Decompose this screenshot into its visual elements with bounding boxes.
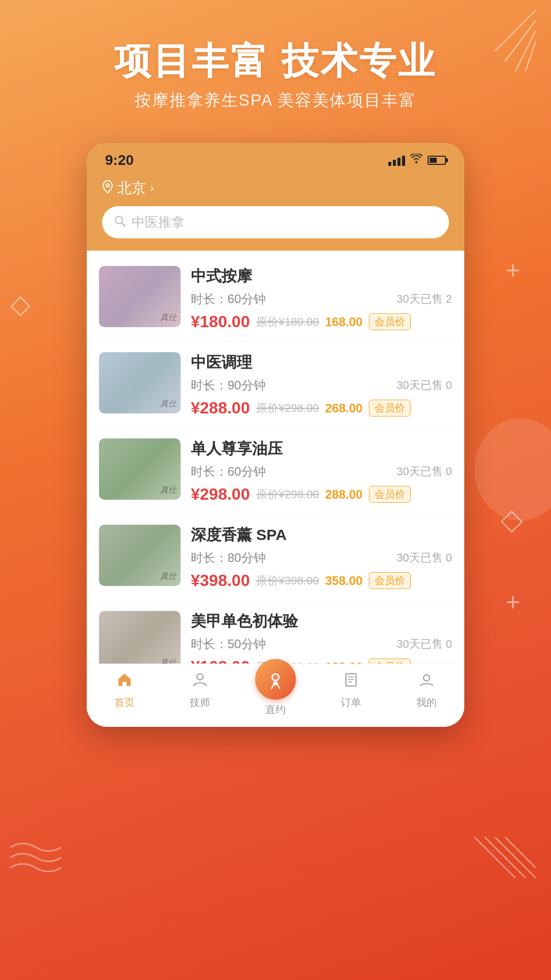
product-meta-1: 时长：60分钟30天已售 2 [191, 291, 452, 307]
svg-point-17 [274, 682, 277, 685]
battery-icon [428, 156, 446, 165]
wifi-icon [410, 154, 422, 167]
deco-plus-right: + [506, 255, 520, 285]
member-badge-4: 会员价 [369, 572, 411, 589]
member-badge-3: 会员价 [369, 486, 411, 503]
image-watermark-3: 真仕 [160, 485, 177, 496]
product-meta-2: 时长：90分钟30天已售 0 [191, 377, 452, 394]
header-subtitle: 按摩推拿养生SPA 美容美体项目丰富 [0, 89, 551, 112]
orders-icon [343, 671, 359, 693]
profile-icon [418, 671, 435, 693]
nav-item-booking[interactable]: 直约 [238, 659, 313, 717]
product-pricing-4: ¥398.00原价¥398.00358.00会员价 [191, 571, 452, 590]
app-header: 北京 › 中医推拿 [87, 174, 464, 251]
nav-item-therapist[interactable]: 技师 [162, 671, 238, 717]
deco-plus-right2: + [506, 587, 520, 617]
product-name-5: 美甲单色初体验 [191, 611, 452, 632]
deco-circle-right [474, 419, 551, 521]
deco-waves-bottom-left [10, 837, 61, 878]
price-original-3: 原价¥298.00 [256, 487, 319, 502]
product-info-4: 深度香薰 SPA时长：80分钟30天已售 0¥398.00原价¥398.0035… [191, 525, 452, 590]
price-current-2: ¥288.00 [191, 399, 250, 418]
location-pin-icon [102, 180, 113, 197]
product-name-1: 中式按摩 [191, 266, 452, 287]
deco-diamond-right [500, 510, 523, 533]
phone-mockup: 9:20 [87, 143, 464, 727]
product-image-4: 真仕 [99, 525, 181, 586]
product-image-5: 真仕 [99, 611, 181, 672]
svg-rect-21 [346, 674, 356, 686]
product-item-2[interactable]: 真仕中医调理时长：90分钟30天已售 0¥288.00原价¥298.00268.… [87, 342, 464, 428]
price-current-1: ¥180.00 [191, 312, 250, 331]
image-watermark-2: 真仕 [160, 399, 177, 409]
product-name-3: 单人尊享油压 [191, 438, 452, 459]
price-member-1: 168.00 [325, 315, 362, 329]
product-name-2: 中医调理 [191, 352, 452, 373]
status-icons [388, 154, 446, 167]
product-image-1: 真仕 [99, 266, 181, 327]
nav-item-home[interactable]: 首页 [87, 671, 162, 717]
product-name-4: 深度香薰 SPA [191, 525, 452, 546]
price-current-4: ¥398.00 [191, 571, 250, 590]
product-meta-4: 时长：80分钟30天已售 0 [191, 550, 452, 566]
member-badge-2: 会员价 [369, 400, 411, 416]
price-member-3: 288.00 [325, 487, 362, 502]
product-item-4[interactable]: 真仕深度香薰 SPA时长：80分钟30天已售 0¥398.00原价¥398.00… [87, 514, 464, 601]
product-image-3: 真仕 [99, 438, 181, 500]
status-time: 9:20 [105, 152, 134, 168]
product-duration-2: 时长：90分钟 [191, 377, 266, 394]
deco-lines-bottom-right [474, 837, 536, 888]
price-original-4: 原价¥398.00 [256, 573, 319, 589]
image-watermark-4: 真仕 [160, 571, 177, 582]
svg-point-20 [273, 675, 278, 680]
product-info-1: 中式按摩时长：60分钟30天已售 2¥180.00原价¥180.00168.00… [191, 266, 452, 331]
home-icon [116, 671, 133, 693]
nav-item-profile[interactable]: 我的 [389, 671, 464, 717]
product-sold-2: 30天已售 0 [396, 378, 452, 393]
booking-center-icon [255, 659, 296, 700]
search-icon [114, 215, 126, 230]
svg-point-10 [415, 161, 417, 163]
svg-line-18 [271, 684, 273, 689]
member-badge-1: 会员价 [369, 313, 411, 330]
svg-line-6 [474, 837, 515, 878]
product-pricing-1: ¥180.00原价¥180.00168.00会员价 [191, 312, 452, 331]
svg-line-8 [495, 837, 536, 878]
svg-marker-4 [11, 297, 30, 315]
nav-profile-label: 我的 [416, 696, 437, 709]
product-item-1[interactable]: 真仕中式按摩时长：60分钟30天已售 2¥180.00原价¥180.00168.… [87, 256, 464, 342]
product-list: 真仕中式按摩时长：60分钟30天已售 2¥180.00原价¥180.00168.… [87, 251, 464, 692]
location-city: 北京 [117, 179, 146, 198]
nav-orders-label: 订单 [341, 696, 361, 709]
search-bar[interactable]: 中医推拿 [102, 206, 449, 238]
product-meta-5: 时长：50分钟30天已售 0 [191, 636, 452, 652]
product-duration-4: 时长：80分钟 [191, 550, 266, 566]
svg-point-11 [106, 184, 109, 187]
svg-line-7 [485, 837, 525, 878]
svg-line-13 [121, 223, 125, 226]
product-pricing-2: ¥288.00原价¥298.00268.00会员价 [191, 399, 452, 418]
product-image-2: 真仕 [99, 352, 181, 413]
status-bar: 9:20 [87, 143, 464, 174]
header-title: 项目丰富 技术专业 [0, 41, 551, 81]
therapist-icon [192, 671, 208, 693]
location-row[interactable]: 北京 › [102, 179, 449, 198]
product-duration-5: 时长：50分钟 [191, 636, 266, 652]
price-member-4: 358.00 [325, 574, 362, 588]
product-item-3[interactable]: 真仕单人尊享油压时长：60分钟30天已售 0¥298.00原价¥298.0028… [87, 428, 464, 514]
product-sold-5: 30天已售 0 [396, 636, 452, 652]
nav-booking-label: 直约 [265, 703, 286, 717]
price-member-2: 268.00 [325, 401, 362, 415]
nav-item-orders[interactable]: 订单 [313, 671, 389, 717]
product-sold-4: 30天已售 0 [396, 550, 452, 566]
location-chevron-icon: › [150, 182, 154, 195]
svg-point-14 [197, 674, 203, 680]
bottom-navigation: 首页 技师 直约 [87, 664, 464, 727]
nav-therapist-label: 技师 [190, 696, 210, 709]
product-info-2: 中医调理时长：90分钟30天已售 0¥288.00原价¥298.00268.00… [191, 352, 452, 418]
price-current-3: ¥298.00 [191, 485, 250, 504]
svg-point-25 [423, 675, 430, 681]
product-sold-1: 30天已售 2 [396, 291, 452, 307]
product-sold-3: 30天已售 0 [396, 464, 452, 479]
svg-marker-5 [502, 511, 522, 532]
